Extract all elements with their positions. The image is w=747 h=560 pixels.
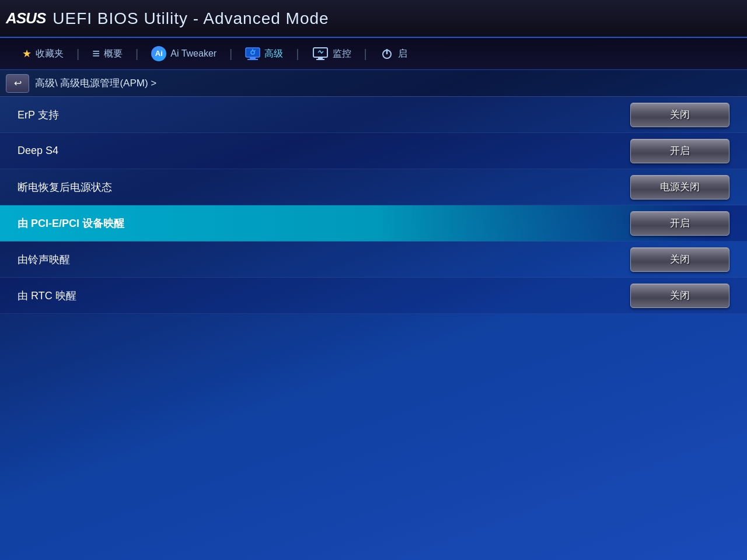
setting-row-ring-wake: 由铃声映醒关闭 [0, 242, 747, 278]
setting-label-ring-wake: 由铃声映醒 [18, 253, 70, 267]
breadcrumb-text: 高级\ 高级电源管理(APM) > [35, 76, 156, 90]
nav-item-overview[interactable]: 概要 [82, 38, 133, 70]
nav-item-ai-tweaker[interactable]: Ai Ai Tweaker [141, 38, 227, 70]
nav-item-boot[interactable]: 启 [369, 38, 418, 70]
asus-logo: ASUS [6, 9, 46, 27]
setting-row-erp: ErP 支持关闭 [0, 97, 747, 133]
nav-label-advanced: 高级 [264, 48, 283, 60]
nav-item-monitor[interactable]: 监控 [302, 38, 362, 70]
setting-label-pci-wake: 由 PCI-E/PCI 设备映醒 [18, 216, 124, 230]
power-icon [380, 47, 394, 61]
setting-row-rtc-wake: 由 RTC 映醒关闭 [0, 278, 747, 314]
back-button[interactable]: ↩ [6, 74, 29, 93]
setting-value-power-state[interactable]: 电源关闭 [630, 175, 729, 200]
nav-label-ai-tweaker: Ai Tweaker [170, 48, 217, 59]
setting-value-ring-wake[interactable]: 关闭 [630, 247, 729, 272]
bios-title: UEFI BIOS Utility - Advanced Mode [53, 9, 329, 28]
nav-separator-1: | [74, 47, 82, 61]
star-icon [22, 47, 32, 60]
breadcrumb-bar: ↩ 高级\ 高级电源管理(APM) > [0, 70, 747, 97]
svg-rect-2 [247, 59, 258, 60]
header-bar: ASUS UEFI BIOS Utility - Advanced Mode [0, 0, 747, 38]
nav-item-advanced[interactable]: 高级 [235, 38, 294, 70]
svg-rect-1 [250, 57, 256, 59]
nav-item-favorites[interactable]: 收藏夹 [12, 38, 74, 70]
svg-rect-7 [318, 57, 323, 59]
list-icon [92, 46, 100, 61]
nav-label-monitor: 监控 [333, 48, 351, 60]
svg-rect-8 [316, 59, 324, 60]
setting-label-rtc-wake: 由 RTC 映醒 [18, 289, 76, 303]
setting-row-deep-s4: Deep S4开启 [0, 133, 747, 169]
setting-value-pci-wake[interactable]: 开启 [630, 211, 729, 236]
nav-label-boot: 启 [398, 48, 407, 60]
navigation-bar: 收藏夹 | 概要 | Ai Ai Tweaker | 高级 | [0, 38, 747, 70]
nav-separator-3: | [227, 47, 235, 61]
nav-separator-2: | [133, 47, 141, 61]
advanced-icon [245, 47, 260, 60]
setting-value-rtc-wake[interactable]: 关闭 [630, 284, 729, 308]
setting-row-power-state: 断电恢复后电源状态电源关闭 [0, 169, 747, 205]
setting-value-erp[interactable]: 关闭 [630, 103, 729, 127]
settings-content: ErP 支持关闭Deep S4开启断电恢复后电源状态电源关闭由 PCI-E/PC… [0, 97, 747, 314]
nav-separator-4: | [294, 47, 301, 61]
nav-label-favorites: 收藏夹 [36, 48, 64, 60]
ai-icon: Ai [151, 46, 166, 61]
svg-rect-6 [313, 48, 327, 57]
setting-value-deep-s4[interactable]: 开启 [630, 139, 729, 163]
setting-label-power-state: 断电恢复后电源状态 [18, 180, 112, 194]
nav-label-overview: 概要 [104, 48, 123, 60]
setting-label-deep-s4: Deep S4 [18, 145, 58, 157]
setting-row-pci-wake: 由 PCI-E/PCI 设备映醒开启 [0, 205, 747, 242]
monitor-icon [312, 47, 329, 61]
setting-label-erp: ErP 支持 [18, 108, 59, 122]
nav-separator-5: | [362, 47, 369, 61]
